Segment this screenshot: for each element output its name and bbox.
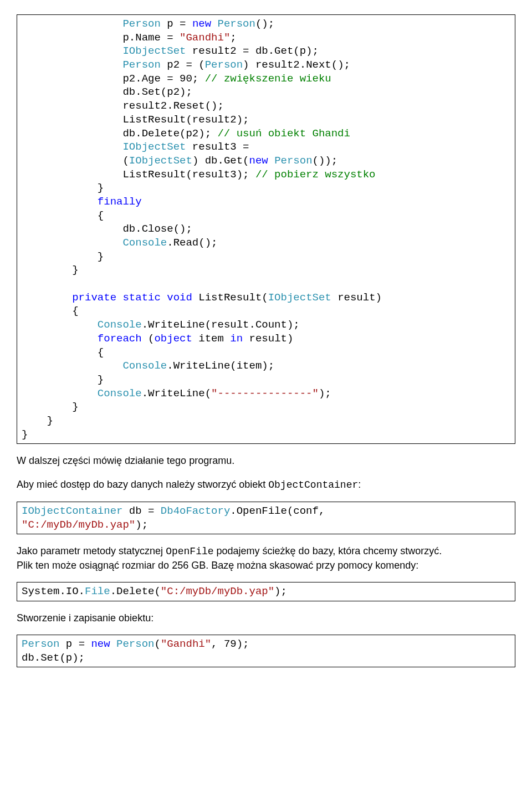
code-token: ListResult(result3); bbox=[122, 168, 255, 181]
code-token: ListResult( bbox=[192, 292, 268, 304]
code-token: } bbox=[98, 251, 104, 263]
paragraph: Stworzenie i zapisanie obiektu: bbox=[17, 611, 515, 625]
code-token: p.Name = bbox=[122, 32, 180, 44]
text: Jako parametr metody statycznej bbox=[17, 545, 166, 556]
code-token: { bbox=[72, 305, 78, 317]
code-token: db.Delete(p2); bbox=[122, 127, 217, 140]
code-token: File bbox=[85, 585, 110, 597]
text: podajemy ścieżkę do bazy, która chcemy s… bbox=[214, 545, 442, 556]
code-token: } bbox=[72, 401, 78, 413]
code-token: p = bbox=[161, 18, 192, 30]
code-token bbox=[268, 155, 274, 167]
code-token: Console bbox=[122, 360, 167, 372]
code-token: result) bbox=[243, 333, 293, 345]
text: Plik ten może osiągnąć rozmiar do 256 GB… bbox=[17, 560, 418, 571]
code-token: Console bbox=[122, 237, 167, 249]
paragraph: Jako parametr metody statycznej OpenFile… bbox=[17, 544, 515, 572]
code-token: "C:/myDb/myDb.yap" bbox=[161, 585, 274, 597]
code-token: Console bbox=[98, 319, 142, 331]
code-token bbox=[161, 292, 167, 304]
code-token: ; bbox=[230, 32, 236, 44]
code-token: .OpenFile(conf, bbox=[230, 505, 325, 517]
code-token: ( bbox=[142, 333, 155, 345]
code-token bbox=[211, 18, 217, 30]
code-token bbox=[116, 292, 122, 304]
code-token: // zwiększenie wieku bbox=[205, 73, 331, 85]
code-token: foreach bbox=[98, 333, 142, 345]
code-token: System.IO. bbox=[22, 585, 85, 597]
code-token: , 79); bbox=[211, 638, 249, 650]
code-token: ( bbox=[122, 155, 129, 167]
text: : bbox=[358, 479, 361, 490]
code-token: "Gandhi" bbox=[180, 32, 230, 44]
code-token: in bbox=[230, 333, 243, 345]
code-token: ListResult(result2); bbox=[122, 114, 249, 126]
code-token: .WriteLine(result.Count); bbox=[142, 319, 300, 331]
code-token: p2 = ( bbox=[161, 59, 205, 71]
code-token: Person bbox=[122, 59, 160, 71]
code-token: } bbox=[72, 264, 78, 276]
code-token: } bbox=[98, 374, 104, 386]
code-token: Person bbox=[218, 18, 255, 30]
code-token: ( bbox=[154, 638, 160, 650]
text: Aby mieć dostęp do bazy danych należy st… bbox=[17, 479, 268, 490]
code-token: db.Close(); bbox=[122, 223, 192, 235]
code-token: (); bbox=[255, 18, 274, 30]
code-token: // pobierz wszystko bbox=[255, 168, 376, 181]
paragraph: W dalszej części mówię działanie tego pr… bbox=[17, 454, 515, 467]
code-token: Person bbox=[116, 638, 154, 650]
code-token: static bbox=[122, 292, 160, 304]
code-token: result2 = db.Get(p); bbox=[186, 45, 318, 57]
code-block-3: System.IO.File.Delete("C:/myDb/myDb.yap"… bbox=[17, 582, 515, 601]
code-token: db = bbox=[122, 505, 160, 517]
code-token: IObjectSet bbox=[129, 155, 192, 167]
code-token: Console bbox=[98, 387, 142, 400]
code-token: "C:/myDb/myDb.yap" bbox=[22, 519, 135, 531]
code-token: result2.Reset(); bbox=[122, 100, 223, 112]
paragraph: Aby mieć dostęp do bazy danych należy st… bbox=[17, 478, 515, 492]
code-block-1: Person p = new Person(); p.Name = "Gandh… bbox=[17, 14, 515, 444]
code-token: "---------------" bbox=[211, 387, 319, 400]
code-token: new bbox=[192, 18, 211, 30]
code-token: } bbox=[98, 182, 104, 194]
code-token: ()); bbox=[313, 155, 338, 167]
code-token: .WriteLine( bbox=[142, 387, 211, 400]
code-block-4: Person p = new Person("Gandhi", 79); db.… bbox=[17, 635, 515, 667]
code-token: Person bbox=[205, 59, 243, 71]
code-token: .Read(); bbox=[167, 237, 217, 249]
code-token: ); bbox=[135, 519, 148, 531]
code-token: p = bbox=[59, 638, 91, 650]
code-token: new bbox=[249, 155, 268, 167]
code-block-2: IObjectContainer db = Db4oFactory.OpenFi… bbox=[17, 502, 515, 534]
code-token: new bbox=[91, 638, 110, 650]
code-token: } bbox=[47, 415, 53, 427]
code-token: void bbox=[167, 292, 192, 304]
code-token: result3 = bbox=[186, 141, 249, 153]
code-token: ) result2.Next(); bbox=[243, 59, 350, 71]
code-token: private bbox=[72, 292, 116, 304]
code-token: db.Set(p2); bbox=[122, 86, 192, 98]
code-token: Person bbox=[122, 18, 160, 30]
code-token: IObjectSet bbox=[122, 141, 186, 153]
code-token: db.Set(p); bbox=[22, 652, 85, 664]
code-token: ); bbox=[319, 387, 331, 400]
code-token: item bbox=[192, 333, 230, 345]
code-token: object bbox=[154, 333, 192, 345]
code-token: result) bbox=[331, 292, 382, 304]
code-token: .WriteLine(item); bbox=[167, 360, 274, 372]
code-token: IObjectSet bbox=[122, 45, 186, 57]
code-token: ); bbox=[274, 585, 287, 597]
code-token: } bbox=[22, 428, 28, 441]
inline-code: ObjectContainer bbox=[268, 479, 358, 490]
code-token: IObjectContainer bbox=[22, 505, 122, 517]
code-token: { bbox=[98, 346, 104, 359]
code-token: Person bbox=[274, 155, 312, 167]
code-token: IObjectSet bbox=[268, 292, 331, 304]
code-token: finally bbox=[98, 196, 142, 208]
code-token: "Gandhi" bbox=[161, 638, 211, 650]
code-token: // usuń obiekt Ghandi bbox=[217, 127, 350, 140]
code-token: Person bbox=[22, 638, 59, 650]
code-token bbox=[110, 638, 116, 650]
code-token: .Delete( bbox=[110, 585, 161, 597]
code-token: ) db.Get( bbox=[192, 155, 249, 167]
